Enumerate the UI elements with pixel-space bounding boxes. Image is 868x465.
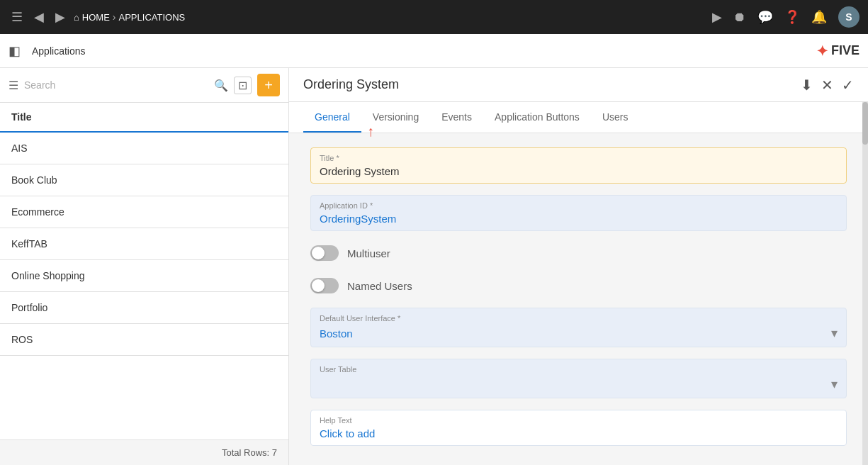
help-text-field[interactable]: Help Text Click to add bbox=[310, 410, 847, 446]
tabs-bar: General Versioning Events Application Bu… bbox=[289, 102, 868, 133]
breadcrumb-sep-1: › bbox=[113, 11, 116, 23]
chat-icon[interactable]: 💬 bbox=[757, 9, 773, 25]
sidebar: ☰ 🔍 ⊡ + Title AIS Book Club Ecommerce Ke… bbox=[0, 68, 289, 465]
breadcrumb: ⌂ HOME › APPLICATIONS bbox=[74, 11, 706, 23]
sidebar-footer: Total Rows: 7 bbox=[0, 439, 288, 465]
applications-label: Applications bbox=[32, 45, 86, 57]
default-ui-label: Default User Interface * bbox=[320, 314, 838, 323]
default-ui-field[interactable]: Default User Interface * Boston ▾ bbox=[310, 308, 847, 347]
scrollbar-track[interactable] bbox=[862, 102, 868, 465]
content-header: Ordering System ⬇ ✕ ✓ bbox=[289, 68, 868, 102]
default-ui-value: Boston bbox=[320, 327, 353, 340]
avatar[interactable]: S bbox=[838, 6, 859, 28]
user-table-label: User Table bbox=[320, 365, 838, 374]
main-layout: ☰ 🔍 ⊡ + Title AIS Book Club Ecommerce Ke… bbox=[0, 68, 868, 465]
sidebar-toolbar: ☰ 🔍 ⊡ + bbox=[0, 68, 288, 103]
topbar: ☰ ◀ ▶ ⌂ HOME › APPLICATIONS ▶ ⏺ 💬 ❓ 🔔 S bbox=[0, 0, 868, 34]
scrollbar-thumb[interactable] bbox=[862, 102, 868, 145]
tab-general[interactable]: General bbox=[303, 103, 361, 133]
notification-icon[interactable]: 🔔 bbox=[811, 9, 827, 25]
tab-application-buttons[interactable]: Application Buttons bbox=[483, 103, 591, 133]
record-icon[interactable]: ⏺ bbox=[733, 10, 746, 25]
list-item[interactable]: Online Shopping bbox=[0, 260, 288, 292]
search-input[interactable] bbox=[24, 79, 208, 91]
expand-icon[interactable]: ⊡ bbox=[234, 77, 252, 94]
sidebar-list: AIS Book Club Ecommerce KeffTAB Online S… bbox=[0, 133, 288, 439]
list-item[interactable]: Book Club bbox=[0, 164, 288, 196]
add-button[interactable]: + bbox=[257, 74, 280, 96]
default-ui-dropdown[interactable]: Boston ▾ bbox=[320, 325, 838, 341]
close-icon[interactable]: ✕ bbox=[821, 77, 833, 94]
tab-arrow-indicator: ↑ bbox=[367, 123, 374, 140]
forward-icon[interactable]: ▶ bbox=[52, 6, 68, 28]
tab-users[interactable]: Users bbox=[591, 103, 640, 133]
page-title: Ordering System bbox=[303, 77, 399, 92]
multiuser-toggle[interactable] bbox=[310, 245, 339, 261]
multiuser-label: Multiuser bbox=[347, 247, 390, 259]
app-id-field-label: Application ID * bbox=[320, 201, 838, 210]
search-icon[interactable]: 🔍 bbox=[214, 79, 228, 92]
topbar-right-actions: ▶ ⏺ 💬 ❓ 🔔 S bbox=[712, 6, 859, 28]
content-area: Ordering System ⬇ ✕ ✓ General Versioning… bbox=[289, 68, 868, 465]
list-item[interactable]: KeffTAB bbox=[0, 228, 288, 260]
sidebar-toggle-icon[interactable]: ◧ bbox=[9, 43, 21, 59]
title-field-label: Title * bbox=[320, 154, 838, 162]
named-users-label: Named Users bbox=[347, 280, 412, 292]
subheader: ◧ Applications ✦ FIVE bbox=[0, 34, 868, 68]
list-item[interactable]: AIS bbox=[0, 133, 288, 164]
dropdown-chevron-2-icon: ▾ bbox=[831, 376, 838, 392]
toggle-knob bbox=[312, 247, 325, 259]
dropdown-chevron-icon: ▾ bbox=[831, 325, 838, 341]
logo-text: FIVE bbox=[831, 43, 859, 58]
applications-nav-label[interactable]: APPLICATIONS bbox=[119, 12, 186, 23]
toggle-knob-2 bbox=[312, 279, 325, 292]
named-users-toggle[interactable] bbox=[310, 278, 339, 293]
content-header-actions: ⬇ ✕ ✓ bbox=[801, 77, 854, 94]
five-logo: ✦ FIVE bbox=[816, 43, 859, 60]
list-item[interactable]: Portfolio bbox=[0, 292, 288, 324]
back-icon[interactable]: ◀ bbox=[31, 6, 47, 28]
home-nav-icon: ⌂ bbox=[74, 12, 79, 23]
list-item[interactable]: Ecommerce bbox=[0, 196, 288, 228]
form-area: Title * Ordering System Application ID *… bbox=[289, 133, 868, 465]
home-nav-label[interactable]: HOME bbox=[82, 12, 110, 23]
app-id-field-value: OrderingSystem bbox=[320, 213, 838, 225]
tab-events[interactable]: Events bbox=[430, 103, 483, 133]
filter-icon[interactable]: ☰ bbox=[9, 79, 18, 92]
list-item[interactable]: ROS bbox=[0, 324, 288, 356]
download-icon[interactable]: ⬇ bbox=[801, 77, 813, 94]
play-icon[interactable]: ▶ bbox=[712, 9, 722, 25]
user-table-dropdown[interactable]: ▾ bbox=[320, 376, 838, 392]
title-field[interactable]: Title * Ordering System bbox=[310, 147, 847, 184]
confirm-icon[interactable]: ✓ bbox=[842, 77, 854, 94]
multiuser-row: Multiuser bbox=[310, 242, 847, 264]
help-icon[interactable]: ❓ bbox=[784, 9, 800, 25]
menu-icon[interactable]: ☰ bbox=[9, 6, 26, 28]
named-users-row: Named Users bbox=[310, 275, 847, 296]
title-field-value: Ordering System bbox=[320, 165, 838, 177]
sidebar-list-header: Title bbox=[0, 103, 288, 133]
help-text-label: Help Text bbox=[320, 416, 838, 425]
help-text-value[interactable]: Click to add bbox=[320, 427, 838, 439]
user-table-field[interactable]: User Table ▾ bbox=[310, 359, 847, 398]
app-id-field[interactable]: Application ID * OrderingSystem bbox=[310, 195, 847, 231]
